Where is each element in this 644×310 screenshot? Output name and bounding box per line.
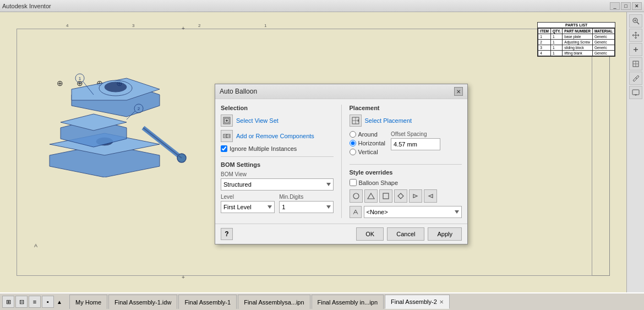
taskbar-arrow[interactable]: ▲ <box>55 296 64 308</box>
table-cell: lifting blank <box>563 51 593 56</box>
shape-diamond-btn[interactable] <box>394 189 407 203</box>
taskbar-tab-2[interactable]: Final Assembly-1 <box>178 295 237 309</box>
col-item: ITEM <box>538 29 551 34</box>
level-dropdown[interactable]: First LevelAll Levels <box>221 201 275 213</box>
measure-icon[interactable] <box>629 72 642 85</box>
svg-marker-46 <box>633 75 639 81</box>
balloon-shape-label: Balloon Shape <box>359 180 399 186</box>
dialog-body: Selection Select View Set <box>215 99 467 224</box>
table-row: 21Adjusting ScrewGeneric <box>538 40 615 45</box>
taskbar-tab-5[interactable]: Final Assembly-2✕ <box>385 295 450 309</box>
min-digits-group: Min.Digits 123 <box>279 194 333 213</box>
dialog-left-panel: Selection Select View Set <box>221 105 334 218</box>
dialog-footer: ? OK Cancel Apply <box>215 224 467 244</box>
offset-spacing-input[interactable] <box>391 138 440 150</box>
shape-triangle-btn[interactable] <box>364 189 378 203</box>
table-row: 11base plateGeneric <box>538 34 615 40</box>
svg-marker-34 <box>413 194 417 198</box>
bom-view-dropdown[interactable]: StructuredParts OnlyAll Levels <box>221 178 334 191</box>
table-cell: 1 <box>550 34 562 40</box>
taskbar-icon-1[interactable]: ⊞ <box>2 296 14 308</box>
app-title: Autodesk Inventor <box>2 3 51 9</box>
bom-settings-title: BOM Settings <box>221 161 334 168</box>
ruler-num-4: 4 <box>66 23 68 28</box>
vertical-radio-item[interactable]: Vertical <box>350 149 386 155</box>
table-cell: Generic <box>592 51 614 56</box>
shape-arrow-right-btn[interactable] <box>409 189 422 203</box>
taskbar-icon-4[interactable]: ▪ <box>42 296 54 308</box>
svg-line-47 <box>636 78 637 79</box>
footer-right: OK Cancel Apply <box>356 227 462 241</box>
ruler-left <box>17 29 17 276</box>
select-placement-btn[interactable]: Select Placement <box>350 115 462 127</box>
ignore-multiple-instances-item[interactable]: Ignore Multiple Instances <box>221 145 334 152</box>
svg-rect-48 <box>632 90 639 95</box>
svg-rect-32 <box>383 193 389 199</box>
style-overrides-section: Style overrides Balloon Shape <box>350 164 462 218</box>
tab-close-button-5[interactable]: ✕ <box>439 299 444 305</box>
orbit-icon[interactable] <box>629 57 642 70</box>
table-cell: 1 <box>550 51 562 56</box>
table-cell: Generic <box>592 45 614 51</box>
add-remove-label: Add or Remove Components <box>236 133 314 139</box>
level-group: Level First LevelAll Levels <box>221 194 275 213</box>
around-radio-item[interactable]: Around <box>350 131 386 138</box>
add-remove-components-item[interactable]: Add or Remove Components <box>221 130 334 142</box>
taskbar-tab-0[interactable]: My Home <box>69 295 107 309</box>
shape-arrow-left-btn[interactable] <box>424 189 437 203</box>
table-cell: 3 <box>538 45 551 51</box>
dialog-right-panel: Placement Select Placement <box>350 105 462 218</box>
ignore-multiple-checkbox[interactable] <box>221 145 227 152</box>
svg-text:1: 1 <box>79 76 81 81</box>
minimize-button[interactable]: _ <box>610 2 620 10</box>
display-icon[interactable] <box>629 86 642 99</box>
title-bar-controls: _ □ ✕ <box>610 2 642 10</box>
table-cell: 1 <box>538 34 551 40</box>
footer-left: ? <box>221 228 233 240</box>
svg-line-38 <box>637 22 639 24</box>
style-none-dropdown[interactable]: <None>CircularNone <box>364 206 462 218</box>
ruler-right <box>592 29 592 276</box>
parts-list-data: ITEM QTY. PART NUMBER MATERIAL 11base pl… <box>538 28 615 56</box>
shape-circle-btn[interactable] <box>350 189 363 203</box>
close-window-button[interactable]: ✕ <box>632 2 642 10</box>
main-area: 4 3 2 1 + PARTS LIST ITEM QTY. PART NUMB… <box>0 12 644 292</box>
taskbar-icon-3[interactable]: ≡ <box>29 296 41 308</box>
around-label: Around <box>358 131 378 138</box>
min-digits-label: Min.Digits <box>279 194 333 200</box>
col-qty: QTY. <box>550 29 562 34</box>
ruler-bottom <box>17 275 592 276</box>
horizontal-label: Horizontal <box>358 140 386 146</box>
dialog-close-button[interactable]: ✕ <box>454 87 463 96</box>
apply-button[interactable]: Apply <box>428 227 462 241</box>
around-radio[interactable] <box>350 131 356 138</box>
table-cell: base plate <box>563 34 593 40</box>
horizontal-radio-item[interactable]: Horizontal <box>350 140 386 146</box>
taskbar-tab-1[interactable]: Final Assembly-1.idw <box>108 295 177 309</box>
balloon-shape-checkbox[interactable] <box>350 179 357 186</box>
taskbar-icon-2[interactable]: ⊟ <box>15 296 28 308</box>
pan-icon[interactable] <box>629 29 642 42</box>
zoom-in-icon[interactable] <box>629 43 642 56</box>
vertical-radio[interactable] <box>350 149 356 155</box>
help-button[interactable]: ? <box>221 228 233 240</box>
maximize-button[interactable]: □ <box>621 2 631 10</box>
title-bar: Autodesk Inventor _ □ ✕ <box>0 0 644 12</box>
shape-square-btn[interactable] <box>379 189 392 203</box>
zoom-icon[interactable] <box>629 14 642 28</box>
taskbar-start-area: ⊞ ⊟ ≡ ▪ ▲ <box>2 296 64 308</box>
ignore-multiple-label: Ignore Multiple Instances <box>230 145 297 152</box>
select-view-set-item[interactable]: Select View Set <box>221 115 334 127</box>
shape-icons-row <box>350 189 462 203</box>
cancel-button[interactable]: Cancel <box>387 227 424 241</box>
min-digits-dropdown[interactable]: 123 <box>279 201 333 213</box>
taskbar-tab-3[interactable]: Final Assemblysa...ipn <box>238 295 310 309</box>
taskbar-tab-4[interactable]: Final Assembly in...ipn <box>312 295 384 309</box>
horizontal-radio[interactable] <box>350 140 356 146</box>
crosshair-bottom: + <box>182 274 185 280</box>
auto-balloon-dialog: Auto Balloon ✕ Selection <box>215 84 468 244</box>
table-cell: 2 <box>538 40 551 45</box>
taskbar: ⊞ ⊟ ≡ ▪ ▲ My HomeFinal Assembly-1.idwFin… <box>0 292 644 310</box>
ok-button[interactable]: OK <box>356 227 384 241</box>
vertical-label: Vertical <box>358 149 378 155</box>
